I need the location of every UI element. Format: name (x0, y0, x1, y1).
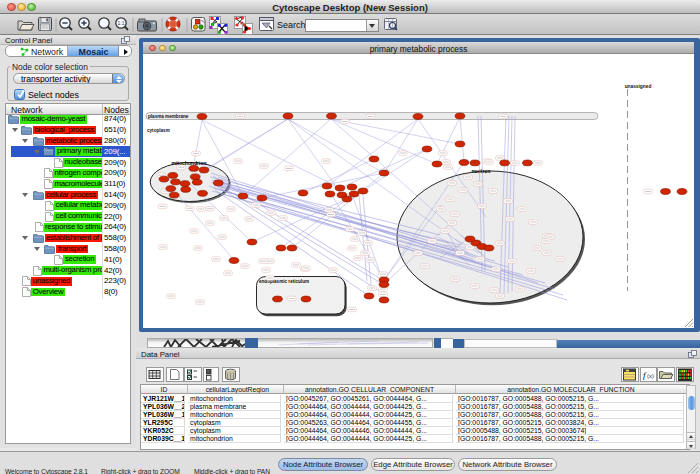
svg-text:nucleus: nucleus (472, 168, 491, 174)
svg-text:1:1: 1:1 (118, 20, 125, 26)
svg-text:(x): (x) (647, 373, 654, 379)
svg-text:cytoplasm: cytoplasm (147, 128, 170, 133)
svg-text:mitochondrion: mitochondrion (172, 160, 207, 166)
svg-text:plasma membrane: plasma membrane (148, 114, 189, 119)
svg-text:unassigned: unassigned (625, 84, 652, 89)
